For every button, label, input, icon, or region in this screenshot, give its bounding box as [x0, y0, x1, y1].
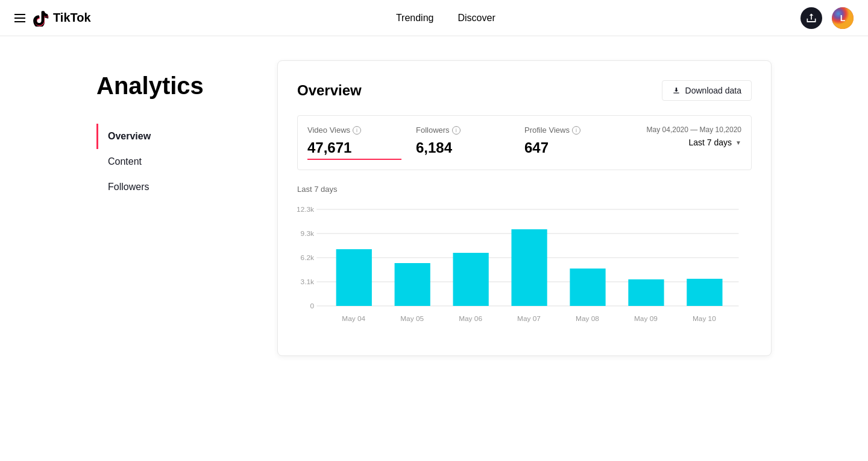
header-right: L — [800, 7, 854, 29]
stats-row: Video Views i 47,671 Followers i 6,184 — [297, 115, 752, 170]
svg-text:L: L — [840, 13, 846, 23]
video-views-value: 47,671 — [307, 139, 401, 160]
date-range: May 04,2020 — May 10,2020 Last 7 days ▼ — [633, 126, 741, 147]
page-title: Analytics — [96, 72, 253, 100]
main-content: Overview Download data Video Views i — [253, 36, 772, 380]
period-label: Last 7 days — [688, 138, 732, 147]
svg-text:12.3k: 12.3k — [297, 206, 314, 213]
svg-text:May 07: May 07 — [517, 315, 541, 322]
bar-may08 — [570, 269, 605, 306]
bar-may04 — [336, 249, 372, 306]
chart-label: Last 7 days — [297, 185, 752, 194]
followers-label: Followers i — [416, 126, 510, 135]
video-views-label: Video Views i — [307, 126, 401, 135]
stat-video-views: Video Views i 47,671 — [307, 126, 416, 160]
overview-header: Overview Download data — [297, 80, 752, 101]
bar-may05 — [395, 263, 430, 306]
tiktok-logo[interactable]: TikTok — [33, 10, 91, 27]
download-label: Download data — [685, 86, 741, 95]
nav-discover[interactable]: Discover — [458, 13, 495, 24]
upload-icon — [805, 12, 817, 24]
overview-card: Overview Download data Video Views i — [277, 60, 772, 356]
bar-chart: 12.3k 9.3k 6.2k 3.1k 0 May 04 May 05 — [297, 203, 752, 336]
profile-views-label: Profile Views i — [524, 126, 618, 135]
stat-followers: Followers i 6,184 — [416, 126, 524, 156]
sidebar-item-followers[interactable]: Followers — [96, 174, 253, 200]
sidebar-item-content[interactable]: Content — [96, 149, 253, 174]
video-views-info-icon[interactable]: i — [353, 126, 361, 135]
bar-may06 — [453, 253, 489, 306]
user-avatar[interactable]: L — [832, 7, 854, 29]
svg-text:May 05: May 05 — [400, 315, 424, 322]
sidebar: Analytics Overview Content Followers — [96, 36, 253, 380]
svg-text:May 09: May 09 — [634, 315, 658, 322]
header-nav: Trending Discover — [91, 13, 800, 24]
hamburger-menu[interactable] — [14, 14, 25, 22]
logo-text: TikTok — [53, 11, 91, 25]
svg-text:6.2k: 6.2k — [301, 254, 315, 261]
sidebar-item-overview[interactable]: Overview — [96, 124, 253, 149]
chart-container: 12.3k 9.3k 6.2k 3.1k 0 May 04 May 05 — [297, 203, 752, 336]
tiktok-logo-icon — [33, 10, 49, 27]
svg-text:May 06: May 06 — [459, 315, 482, 322]
header-left: TikTok — [14, 10, 91, 27]
svg-text:9.3k: 9.3k — [301, 230, 315, 237]
svg-text:0: 0 — [310, 302, 314, 310]
svg-text:3.1k: 3.1k — [301, 278, 315, 285]
profile-views-info-icon[interactable]: i — [572, 126, 580, 135]
followers-info-icon[interactable]: i — [452, 126, 461, 135]
svg-text:May 08: May 08 — [576, 315, 599, 322]
svg-text:May 04: May 04 — [342, 315, 365, 322]
svg-text:May 10: May 10 — [693, 315, 716, 322]
download-icon — [672, 86, 681, 95]
sidebar-nav: Overview Content Followers — [96, 124, 253, 200]
overview-title: Overview — [297, 82, 362, 99]
bar-may07 — [511, 229, 547, 306]
main-layout: Analytics Overview Content Followers Ove… — [0, 36, 868, 380]
period-select[interactable]: Last 7 days ▼ — [633, 138, 741, 147]
download-data-button[interactable]: Download data — [662, 80, 752, 101]
date-range-text: May 04,2020 — May 10,2020 — [633, 126, 741, 134]
bar-may09 — [628, 279, 664, 306]
chevron-down-icon: ▼ — [735, 139, 741, 146]
nav-trending[interactable]: Trending — [396, 13, 434, 24]
followers-value: 6,184 — [416, 139, 510, 156]
profile-views-value: 647 — [524, 139, 618, 156]
upload-button[interactable] — [800, 7, 822, 29]
avatar-icon: L — [832, 7, 854, 29]
bar-may10 — [687, 279, 722, 306]
chart-section: Last 7 days 12.3k 9.3k 6.2k 3.1k — [297, 185, 752, 336]
header: TikTok Trending Discover — [0, 0, 868, 36]
stat-profile-views: Profile Views i 647 — [524, 126, 633, 156]
